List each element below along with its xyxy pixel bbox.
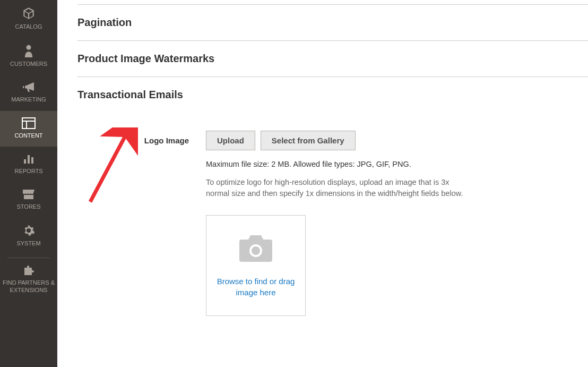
svg-rect-4 bbox=[24, 159, 26, 164]
admin-sidebar: CATALOG CUSTOMERS MARKETING CONTENT REPO… bbox=[0, 0, 57, 367]
sidebar-label: REPORTS bbox=[2, 168, 55, 175]
layout-icon bbox=[2, 117, 55, 129]
optimize-note-text: To optimize logo for high-resolution dis… bbox=[206, 177, 471, 199]
section-title-watermarks: Product Image Watermarks bbox=[77, 53, 588, 65]
camera-icon bbox=[237, 233, 274, 266]
sidebar-label: MARKETING bbox=[2, 96, 55, 103]
person-icon bbox=[2, 44, 55, 57]
section-transactional-emails[interactable]: Transactional Emails Logo Image Upload S… bbox=[77, 76, 588, 328]
sidebar-label: CATALOG bbox=[2, 23, 55, 30]
sidebar-item-stores[interactable]: STORES bbox=[0, 182, 57, 218]
megaphone-icon bbox=[2, 81, 55, 93]
svg-rect-6 bbox=[31, 157, 33, 164]
sidebar-label: SYSTEM bbox=[2, 240, 55, 247]
svg-point-8 bbox=[252, 246, 260, 255]
section-watermarks[interactable]: Product Image Watermarks bbox=[77, 40, 588, 76]
dropzone-text: Browse to find or drag image here bbox=[206, 276, 305, 298]
sidebar-item-system[interactable]: SYSTEM bbox=[0, 218, 57, 254]
select-from-gallery-button[interactable]: Select from Gallery bbox=[261, 131, 356, 150]
main-content: Pagination Product Image Watermarks Tran… bbox=[57, 0, 588, 328]
sidebar-label: CUSTOMERS bbox=[2, 61, 55, 67]
file-restrictions-text: Maximum file size: 2 MB. Allowed file ty… bbox=[206, 159, 503, 169]
image-dropzone[interactable]: Browse to find or drag image here bbox=[206, 215, 306, 316]
puzzle-icon bbox=[2, 264, 55, 276]
store-icon bbox=[2, 189, 55, 200]
svg-rect-5 bbox=[28, 155, 30, 164]
gear-icon bbox=[2, 224, 55, 237]
upload-button[interactable]: Upload bbox=[206, 131, 255, 150]
sidebar-label: CONTENT bbox=[2, 132, 55, 139]
section-pagination[interactable]: Pagination bbox=[77, 4, 588, 40]
sidebar-label: FIND PARTNERS & EXTENSIONS bbox=[2, 279, 55, 293]
sidebar-item-customers[interactable]: CUSTOMERS bbox=[0, 38, 57, 75]
svg-rect-1 bbox=[22, 118, 35, 129]
sidebar-item-reports[interactable]: REPORTS bbox=[0, 147, 57, 182]
sidebar-item-partners[interactable]: FIND PARTNERS & EXTENSIONS bbox=[0, 258, 57, 301]
section-title-emails: Transactional Emails bbox=[77, 89, 588, 101]
sidebar-item-catalog[interactable]: CATALOG bbox=[0, 0, 57, 38]
logo-image-controls: Upload Select from Gallery Maximum file … bbox=[206, 131, 503, 316]
logo-image-field: Logo Image Upload Select from Gallery Ma… bbox=[77, 131, 588, 316]
section-title-pagination: Pagination bbox=[77, 16, 588, 29]
logo-image-label: Logo Image bbox=[77, 131, 206, 145]
sidebar-item-marketing[interactable]: MARKETING bbox=[0, 75, 57, 110]
sidebar-label: STORES bbox=[2, 203, 55, 210]
bar-chart-icon bbox=[2, 153, 55, 165]
svg-point-0 bbox=[27, 45, 31, 50]
sidebar-item-content[interactable]: CONTENT bbox=[0, 111, 57, 147]
cube-icon bbox=[2, 6, 55, 20]
